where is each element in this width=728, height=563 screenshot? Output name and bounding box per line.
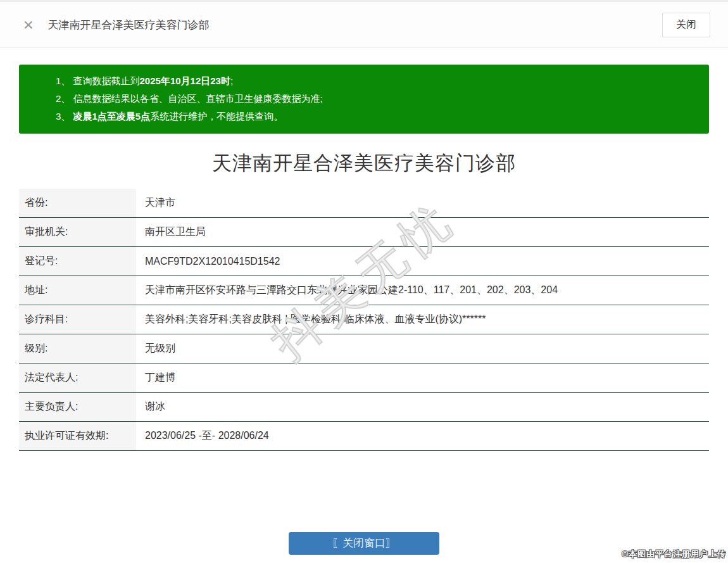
table-row-registration-number: 登记号: MACF9TD2X12010415D1542: [19, 247, 709, 276]
table-row-license-validity: 执业许可证有效期: 2023/06/25 -至- 2028/06/24: [19, 422, 709, 451]
notice-line-3-suffix: 系统进行维护，不能提供查询。: [150, 111, 283, 122]
row-label: 地址:: [19, 276, 136, 305]
row-value: 美容外科;美容牙科;美容皮肤科 | 医学检验科;临床体液、血液专业(协议)***…: [136, 305, 709, 334]
notice-line-1-suffix: ;: [230, 75, 233, 86]
notice-banner: 1、 查询数据截止到2025年10月12日23时; 2、 信息数据结果以各省、自…: [19, 65, 709, 134]
window-title: 天津南开星合泽美医疗美容门诊部: [48, 18, 210, 32]
table-row-medical-subjects: 诊疗科目: 美容外科;美容牙科;美容皮肤科 | 医学检验科;临床体液、血液专业(…: [19, 305, 709, 334]
window-header: ✕ 天津南开星合泽美医疗美容门诊部 关闭: [0, 2, 728, 48]
row-value: 2023/06/25 -至- 2028/06/24: [136, 422, 709, 450]
row-label: 主要负责人:: [19, 393, 136, 421]
query-result-page: ✕ 天津南开星合泽美医疗美容门诊部 关闭 1、 查询数据截止到2025年10月1…: [0, 0, 728, 563]
table-row-person-in-charge: 主要负责人: 谢冰: [19, 393, 709, 422]
row-value: MACF9TD2X12010415D1542: [136, 247, 709, 275]
row-value: 南开区卫生局: [136, 218, 709, 246]
row-value: 天津市南开区怀安环路与三潭路交口东北侧兴业家园公建2-110、117、201、2…: [136, 276, 709, 305]
notice-line-1: 1、 查询数据截止到2025年10月12日23时;: [56, 72, 696, 90]
close-x-icon[interactable]: ✕: [23, 18, 34, 32]
row-label: 执业许可证有效期:: [19, 422, 136, 450]
row-label: 登记号:: [19, 247, 136, 275]
notice-line-3-text: 3、: [56, 111, 73, 122]
row-label: 级别:: [19, 334, 136, 363]
table-row-approval-authority: 审批机关: 南开区卫生局: [19, 218, 709, 247]
table-row-province: 省份: 天津市: [19, 189, 709, 218]
row-value: 谢冰: [136, 393, 709, 421]
close-button[interactable]: 关闭: [662, 13, 710, 37]
row-value: 丁建博: [136, 364, 709, 392]
notice-line-2-text: 2、 信息数据结果以各省、自治区、直辖市卫生健康委数据为准;: [56, 93, 323, 104]
notice-line-2: 2、 信息数据结果以各省、自治区、直辖市卫生健康委数据为准;: [56, 90, 696, 108]
notice-line-1-bold: 2025年10月12日23时: [140, 75, 230, 86]
row-label: 诊疗科目:: [19, 305, 136, 334]
row-value: 无级别: [136, 334, 709, 363]
institution-title: 天津南开星合泽美医疗美容门诊部: [0, 150, 728, 177]
close-window-button[interactable]: 〖关闭窗口〗: [289, 532, 439, 555]
notice-line-3: 3、 凌晨1点至凌晨5点系统进行维护，不能提供查询。: [56, 108, 696, 125]
row-label: 审批机关:: [19, 218, 136, 246]
footer-actions: 〖关闭窗口〗: [0, 532, 728, 555]
notice-line-3-bold: 凌晨1点至凌晨5点: [73, 111, 151, 122]
photo-credit-watermark: ©本图由平台注册用户上传: [622, 548, 726, 560]
detail-table: 省份: 天津市 审批机关: 南开区卫生局 登记号: MACF9TD2X12010…: [19, 189, 709, 451]
table-row-address: 地址: 天津市南开区怀安环路与三潭路交口东北侧兴业家园公建2-110、117、2…: [19, 276, 709, 305]
table-row-level: 级别: 无级别: [19, 334, 709, 364]
row-label: 省份:: [19, 189, 136, 217]
notice-line-1-text: 1、 查询数据截止到: [56, 75, 140, 86]
row-value: 天津市: [136, 189, 709, 217]
table-row-legal-representative: 法定代表人: 丁建博: [19, 364, 709, 393]
row-label: 法定代表人:: [19, 364, 136, 392]
